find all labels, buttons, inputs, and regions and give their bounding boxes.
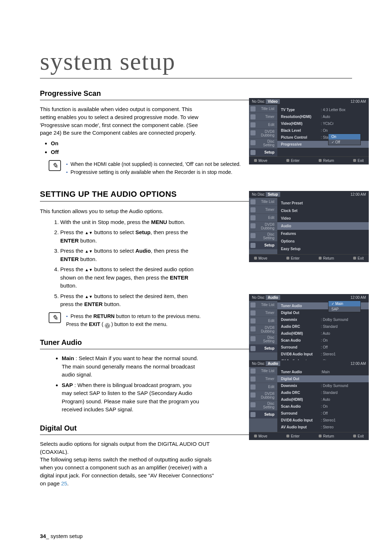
timer-icon — [250, 114, 256, 119]
tuner-audio-dropdown[interactable]: ✓ Main SAP — [328, 301, 361, 312]
sidebar-dubbing[interactable]: DVD8Dubbing — [249, 129, 277, 139]
dub-icon — [250, 130, 256, 135]
note-stop-mode: Progressive setting is only available wh… — [66, 168, 241, 176]
osd-footer: MoveEnterReturnExit — [249, 156, 369, 164]
tuner-sap: SAP : When there is bilingual broadcast … — [62, 381, 200, 414]
sidebar-timer[interactable]: Timer — [249, 113, 277, 121]
page-footer: 34_ system setup — [40, 533, 83, 539]
step-1: With the unit in Stop mode, press the ME… — [60, 218, 200, 227]
step-3: Press the ▲▼ buttons to select Audio, th… — [60, 247, 200, 263]
row-digital-out[interactable]: Digital Out — [277, 375, 369, 382]
sidebar-title-list[interactable]: Title List — [249, 105, 277, 113]
osd-clock: 12:00 AM — [351, 99, 366, 103]
progressive-dropdown[interactable]: On ✓ Off — [328, 134, 361, 145]
row-audio[interactable]: Audio — [277, 222, 369, 230]
step-5: Press the ▲▼ buttons to select the desir… — [60, 292, 200, 309]
option-on[interactable]: On — [328, 134, 360, 139]
sidebar-edit[interactable]: Edit — [249, 121, 277, 129]
option-main[interactable]: ✓ Main — [328, 301, 360, 306]
digital-out-p2: The following setup items switch the met… — [40, 456, 218, 487]
step-4: Press the ▲▼ buttons to select the desir… — [60, 265, 200, 290]
list-icon — [250, 106, 256, 111]
osd-main: TV Type: 4:3 Letter Box Resolution(HDMI)… — [277, 105, 369, 156]
sidebar-setup[interactable]: Setup — [249, 148, 277, 156]
page-ref-25: 25 — [61, 480, 67, 486]
note-hdmi: When the HDMI cable (not supplied) is co… — [66, 160, 241, 168]
tuner-audio-list: Main : Select Main if you want to hear t… — [40, 354, 200, 414]
osd-sidebar: Title List Timer Edit DVD8Dubbing DiscSe… — [249, 105, 277, 156]
page-title: system setup — [40, 47, 352, 78]
edit-icon — [250, 122, 256, 127]
osd-setup-menu: No Disc Setup12:00 AM Title List Timer E… — [249, 191, 369, 262]
exit-button-icon: ⏻ — [105, 323, 110, 328]
step-2: Press the ▲▼ buttons to select Setup, th… — [60, 228, 200, 245]
note-return: Press the RETURN button to return to the… — [66, 312, 201, 329]
osd-video-menu: No Disc Video12:00 AM Title List Timer E… — [249, 98, 369, 164]
sidebar-disc-setting[interactable]: DiscSetting — [249, 139, 277, 148]
disc-icon — [250, 140, 256, 145]
gear-icon — [250, 150, 256, 155]
option-off[interactable]: ✓ Off — [328, 139, 360, 145]
note-icon: ✎ — [49, 312, 61, 323]
digital-out-p1: Selects audio options for signals output… — [40, 440, 218, 456]
note-icon: ✎ — [49, 160, 61, 171]
tuner-main: Main : Select Main if you want to hear t… — [62, 354, 200, 379]
option-sap[interactable]: SAP — [328, 306, 360, 312]
note-list: When the HDMI cable (not supplied) is co… — [66, 160, 241, 176]
note-list-2: Press the RETURN button to return to the… — [66, 312, 201, 329]
audio-steps: With the unit in Stop mode, press the ME… — [40, 218, 200, 309]
osd-audio-digital-menu: No Disc Audio12:00 AM Title List Timer E… — [249, 360, 369, 440]
progressive-scan-desc: This function is available when video ou… — [40, 105, 200, 137]
